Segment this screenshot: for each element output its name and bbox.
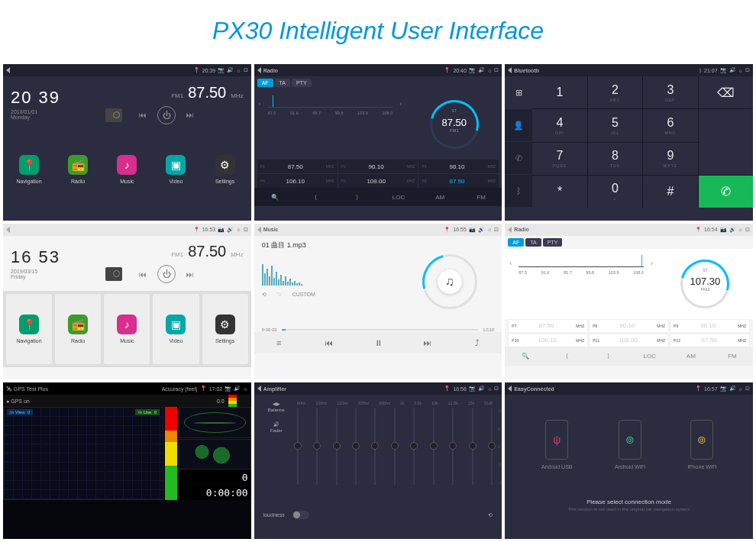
volume-icon[interactable]: 🔊 — [227, 67, 234, 73]
key-backspace[interactable]: ⌫ — [699, 76, 753, 108]
tab-pty[interactable]: PTY — [292, 79, 312, 87]
recent-icon[interactable]: ⊡ — [244, 67, 248, 73]
tab-af[interactable]: AF — [257, 79, 273, 87]
key-1[interactable]: 1 — [532, 76, 586, 108]
repeat-icon[interactable]: ⟲ — [262, 292, 267, 298]
key-8[interactable]: 8TUV — [588, 143, 642, 175]
key-star[interactable]: * — [532, 176, 586, 208]
eq-slider[interactable] — [336, 408, 338, 485]
preset[interactable]: P187.50MHZ — [257, 160, 338, 173]
preset[interactable]: P290.10MHZ — [338, 160, 418, 173]
tab-ta[interactable]: TA — [275, 79, 290, 87]
tuner-dial[interactable]: ‹ › 87.591.695.799.8103.9108.0 — [254, 89, 407, 160]
back-icon[interactable] — [6, 67, 10, 73]
prev-track-icon[interactable]: ⏮ — [304, 332, 354, 353]
app-radio[interactable]: 📻Radio — [55, 134, 101, 205]
app-navigation[interactable]: 📍Navigation — [6, 294, 52, 364]
key-3[interactable]: 3DEF — [643, 76, 697, 108]
back-icon[interactable] — [508, 227, 512, 233]
app-navigation[interactable]: 📍Navigation — [6, 134, 52, 205]
loc-button[interactable]: LOC — [629, 347, 670, 366]
radio-widget[interactable]: FM1 87.50 MHz ⏮ ⏻ ⏭ — [98, 76, 250, 131]
key-7[interactable]: 7PQRS — [532, 143, 586, 175]
seek-next[interactable]: ⟩ — [588, 347, 629, 366]
prev-icon[interactable]: ⏮ — [139, 111, 147, 119]
back-icon[interactable] — [257, 67, 261, 73]
app-video[interactable]: ▣Video — [153, 294, 199, 364]
tab-ta[interactable]: TA — [525, 238, 541, 247]
eq-slider[interactable] — [413, 408, 415, 485]
eq-slider[interactable] — [472, 408, 473, 485]
search-icon[interactable]: 🔍 — [505, 347, 546, 366]
seek-next[interactable]: ⟩ — [337, 188, 378, 206]
reset-icon[interactable]: ⟲ — [488, 512, 493, 518]
fader-control[interactable]: 🔊Fader — [263, 421, 289, 433]
next-track-icon[interactable]: ⏭ — [402, 332, 452, 353]
back-icon[interactable] — [6, 227, 10, 233]
brightness-icon[interactable]: ☼ — [236, 68, 241, 73]
app-settings[interactable]: ⚙Settings — [202, 294, 248, 364]
prev-icon[interactable]: ⏮ — [139, 270, 147, 279]
back-icon[interactable] — [257, 227, 261, 233]
preset[interactable]: P10106.10MHZ — [508, 334, 588, 347]
key-2[interactable]: 2ABC — [588, 76, 642, 108]
preset[interactable]: P398.10MHZ — [418, 160, 499, 173]
option-android-usb[interactable]: ψ Android USB — [541, 420, 572, 469]
preset[interactable]: P4106.10MHZ — [257, 174, 338, 188]
key-0[interactable]: 0+ — [588, 176, 642, 208]
back-icon[interactable] — [257, 386, 261, 392]
preset[interactable]: P998.10MHZ — [670, 319, 750, 333]
eq-slider[interactable] — [452, 408, 454, 485]
eq-slider[interactable] — [297, 408, 299, 485]
option-iphone-wifi[interactable]: ⊚ iPhone WiFi — [688, 420, 717, 469]
key-5[interactable]: 5JKL — [588, 109, 642, 141]
key-9[interactable]: 9WXYZ — [643, 143, 697, 175]
am-button[interactable]: AM — [419, 188, 460, 206]
tune-right-icon[interactable]: › — [399, 100, 402, 108]
history-tab-icon[interactable]: ✆ — [505, 142, 532, 175]
preset[interactable]: P1287.50MHZ — [670, 334, 750, 347]
preset[interactable]: P890.10MHZ — [589, 319, 669, 333]
key-6[interactable]: 6MNO — [643, 109, 697, 141]
power-icon[interactable]: ⏻ — [157, 106, 176, 124]
seek-prev[interactable]: ⟨ — [296, 188, 337, 206]
back-icon[interactable] — [508, 67, 512, 73]
next-icon[interactable]: ⏭ — [186, 270, 194, 279]
loudness-toggle[interactable] — [292, 511, 309, 519]
keypad-tab-icon[interactable]: ⊞ — [505, 76, 532, 109]
app-music[interactable]: ♪Music — [104, 294, 150, 364]
eq-slider[interactable] — [491, 408, 493, 485]
key-4[interactable]: 4GHI — [532, 109, 586, 141]
app-settings[interactable]: ⚙Settings — [202, 134, 248, 205]
preset[interactable]: P5108.00MHZ — [338, 174, 418, 188]
eq-slider[interactable] — [374, 408, 376, 485]
eq-slider[interactable] — [316, 408, 318, 485]
eq-slider[interactable] — [433, 408, 435, 485]
loc-button[interactable]: LOC — [378, 188, 419, 206]
am-button[interactable]: AM — [670, 347, 712, 366]
call-button[interactable]: ✆ — [699, 176, 753, 208]
preset[interactable]: P11108.00MHZ — [589, 334, 669, 347]
eq-slider[interactable] — [394, 408, 396, 485]
pause-icon[interactable]: ⏸ — [354, 332, 403, 353]
tune-left-icon[interactable]: ‹ — [259, 100, 261, 108]
app-video[interactable]: ▣Video — [153, 134, 199, 205]
contacts-tab-icon[interactable]: 👤 — [505, 109, 532, 142]
playlist-icon[interactable]: ≡ — [254, 332, 304, 353]
option-android-wifi[interactable]: ⊚ Android WiFi — [615, 420, 645, 469]
fm-button[interactable]: FM — [712, 347, 753, 366]
search-icon[interactable]: 🔍 — [254, 188, 296, 206]
eq-slider[interactable] — [355, 408, 357, 485]
preset[interactable]: P687.50MHZ — [418, 174, 499, 188]
tune-right-icon[interactable]: › — [651, 260, 653, 267]
pair-tab-icon[interactable]: ᛒ — [505, 175, 532, 208]
share-icon[interactable]: ⤴ — [452, 332, 502, 353]
seek-prev[interactable]: ⟨ — [546, 347, 587, 366]
app-music[interactable]: ♪Music — [104, 134, 150, 205]
next-icon[interactable]: ⏭ — [186, 111, 194, 119]
preset[interactable]: P787.50MHZ — [508, 319, 588, 333]
fm-button[interactable]: FM — [460, 188, 502, 206]
tuner-dial[interactable]: ‹ › 87.591.695.799.8103.9108.0 — [505, 249, 657, 319]
tab-af[interactable]: AF — [508, 238, 524, 247]
power-icon[interactable]: ⏻ — [157, 265, 176, 283]
